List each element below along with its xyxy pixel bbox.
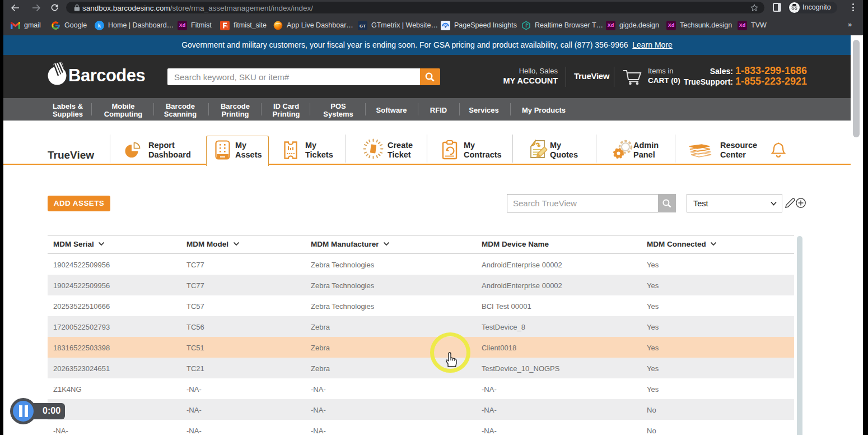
svg-text:k: k (98, 23, 101, 29)
svg-text:GT: GT (360, 23, 366, 28)
